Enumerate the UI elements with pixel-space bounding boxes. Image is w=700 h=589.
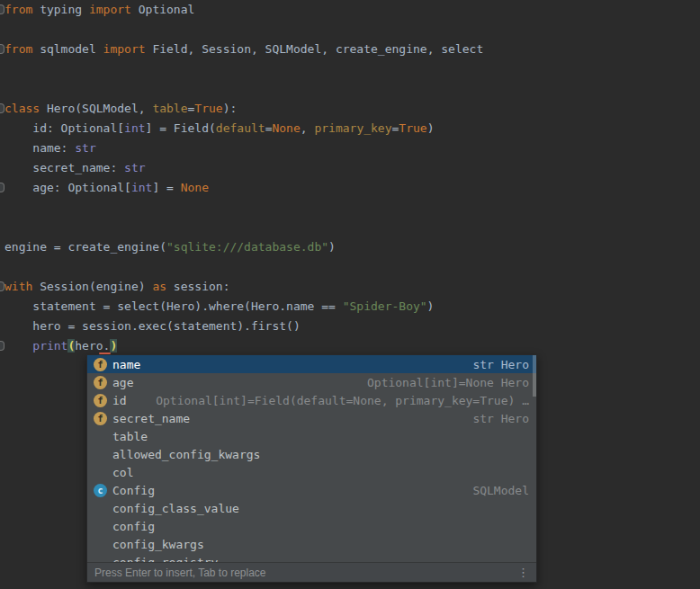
icon-spacer xyxy=(94,538,107,551)
completion-item[interactable]: config_class_value xyxy=(87,499,536,517)
code-line[interactable]: statement = select(Hero).where(Hero.name… xyxy=(4,297,700,317)
completion-label: name xyxy=(112,358,140,371)
code-line[interactable] xyxy=(4,79,700,99)
completion-item[interactable]: fnamestr Hero xyxy=(87,355,536,373)
completion-label: config_class_value xyxy=(112,502,239,515)
icon-spacer xyxy=(94,466,107,479)
completion-label: Config xyxy=(112,484,155,497)
code-line[interactable] xyxy=(4,198,700,218)
completion-label: allowed_config_kwargs xyxy=(112,448,260,461)
class-icon: c xyxy=(94,484,107,497)
icon-spacer xyxy=(94,520,107,533)
icon-spacer xyxy=(94,556,107,563)
completion-type-hint: str Hero xyxy=(472,412,529,425)
icon-spacer xyxy=(94,430,107,443)
field-icon: f xyxy=(94,412,107,425)
completion-label: config_kwargs xyxy=(112,538,204,551)
completion-type-hint: Optional[int]=Field(default=None, primar… xyxy=(156,394,529,407)
field-icon: f xyxy=(94,376,107,389)
completion-label: config xyxy=(112,520,155,533)
code-line[interactable]: name: str xyxy=(4,138,700,158)
code-line[interactable]: secret_name: str xyxy=(4,158,700,178)
completion-item[interactable]: fageOptional[int]=None Hero xyxy=(87,373,536,391)
completion-item[interactable]: config_kwargs xyxy=(87,535,536,553)
code-line[interactable] xyxy=(4,257,700,277)
code-line[interactable] xyxy=(4,59,700,79)
code-line[interactable]: with Session(engine) as session: xyxy=(4,277,700,297)
completion-type-hint: str Hero xyxy=(472,358,529,371)
popup-scrollbar[interactable] xyxy=(533,355,536,397)
autocomplete-popup: fnamestr HerofageOptional[int]=None Hero… xyxy=(86,354,537,583)
code-line[interactable]: from typing import Optional xyxy=(4,0,700,20)
field-icon: f xyxy=(94,394,107,407)
completion-label: table xyxy=(112,430,148,443)
code-line[interactable]: class Hero(SQLModel, table=True): xyxy=(4,99,700,119)
completion-item[interactable]: fidOptional[int]=Field(default=None, pri… xyxy=(87,391,536,409)
code-line[interactable]: hero = session.exec(statement).first() xyxy=(4,317,700,336)
completion-label: config_registry xyxy=(112,556,218,563)
icon-spacer xyxy=(94,448,107,461)
completion-label: age xyxy=(112,376,133,389)
completion-item[interactable]: config_registry xyxy=(87,553,536,562)
popup-footer: Press Enter to insert, Tab to replace ⋮ xyxy=(87,562,536,582)
code-editor[interactable]: from typing import Optional from sqlmode… xyxy=(0,0,700,589)
completion-item[interactable]: config xyxy=(87,517,536,535)
code-line[interactable]: engine = create_engine("sqlite:///databa… xyxy=(4,237,700,257)
completion-list: fnamestr HerofageOptional[int]=None Hero… xyxy=(87,355,536,562)
completion-item[interactable]: allowed_config_kwargs xyxy=(87,445,536,463)
completion-item[interactable]: fsecret_namestr Hero xyxy=(87,409,536,427)
completion-item[interactable]: table xyxy=(87,427,536,445)
completion-item[interactable]: cConfigSQLModel xyxy=(87,481,536,499)
completion-label: secret_name xyxy=(112,412,190,425)
completion-item[interactable]: col xyxy=(87,463,536,481)
completion-type-hint: Optional[int]=None Hero xyxy=(367,376,529,389)
code-line[interactable]: age: Optional[int] = None xyxy=(4,178,700,198)
popup-footer-hint: Press Enter to insert, Tab to replace xyxy=(94,567,266,579)
completion-label: col xyxy=(112,466,133,479)
icon-spacer xyxy=(94,502,107,515)
code-line[interactable]: from sqlmodel import Field, Session, SQL… xyxy=(4,40,700,59)
completion-type-hint: SQLModel xyxy=(472,484,529,497)
code-line[interactable] xyxy=(4,20,700,40)
code-line[interactable] xyxy=(4,218,700,237)
more-options-icon[interactable]: ⋮ xyxy=(517,566,529,579)
completion-label: id xyxy=(112,394,127,407)
field-icon: f xyxy=(94,358,107,371)
code-line[interactable]: id: Optional[int] = Field(default=None, … xyxy=(4,119,700,138)
